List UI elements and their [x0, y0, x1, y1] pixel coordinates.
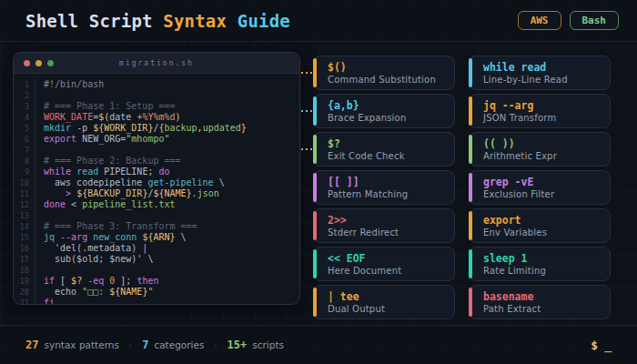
syntax-cards-column-left: $()Command Substitution{a,b}Brace Expans…	[313, 56, 455, 319]
line-number: 7	[14, 145, 35, 156]
window-control-minimize-button[interactable]	[35, 60, 42, 66]
syntax-card-exit-code-check[interactable]: $?Exit Code Check	[313, 132, 455, 167]
badge-bash[interactable]: Bash	[570, 11, 620, 30]
syntax-cards-column-right: while readLine-by-Line Readjq --argJSON …	[469, 56, 611, 319]
syntax-card-json-transform[interactable]: jq --argJSON Transform	[469, 94, 611, 128]
syntax-card-brace-expansion[interactable]: {a,b}Brace Expansion	[313, 94, 455, 128]
code-token: +%Y%m%d	[136, 112, 175, 122]
card-code: while read	[483, 61, 602, 74]
page-title-part: Guide	[238, 11, 290, 31]
page-title-part: Syntax	[163, 11, 237, 31]
code-token: do	[158, 167, 169, 177]
card-code: grep -vE	[483, 176, 602, 188]
line-number: 6	[14, 134, 35, 145]
code-line: 20 echo "□□: ${NAME}"	[14, 287, 299, 298]
card-code: sleep 1	[483, 252, 602, 265]
code-token: --arg	[60, 232, 93, 242]
code-token: -eq	[87, 276, 109, 286]
line-number: 15	[14, 232, 35, 243]
code-text: # === Phase 1: Setup ===	[44, 101, 176, 112]
card-code: | tee	[328, 290, 447, 303]
code-text: fi	[44, 298, 55, 305]
syntax-card-pattern-matching[interactable]: [[ ]]Pattern Matching	[313, 170, 455, 205]
card-label: Env Variables	[483, 228, 602, 238]
syntax-card-env-variables[interactable]: exportEnv Variables	[469, 208, 611, 243]
line-number: 12	[14, 199, 35, 210]
stat-value: 15+	[228, 339, 248, 351]
code-token: sub($old; $new)' \	[44, 254, 153, 264]
syntax-card-exclusion-filter[interactable]: grep -vEExclusion Filter	[469, 170, 611, 205]
code-line: 16 'del(.metadata) |	[14, 243, 299, 254]
card-accent-bar	[469, 173, 472, 202]
window-control-maximize-button[interactable]	[47, 60, 54, 66]
code-token: while	[44, 167, 76, 177]
code-text: echo "□□: ${NAME}"	[44, 287, 153, 298]
code-line: 15jq --arg new_conn ${ARN} \	[14, 232, 299, 243]
prompt-dollar-icon: $	[591, 339, 598, 352]
line-number: 20	[14, 287, 35, 298]
card-accent-bar	[313, 173, 317, 202]
code-line: 3# === Phase 1: Setup ===	[14, 101, 299, 112]
page-title-part: Shell Script	[25, 11, 163, 31]
card-code: $()	[328, 61, 447, 74]
code-token: [	[60, 276, 71, 286]
code-line: 5mkdir -p ${WORK_DIR}/{backup,updated}	[14, 123, 299, 134]
syntax-card-here-document[interactable]: << EOFHere Document	[313, 247, 455, 281]
syntax-card-dual-output[interactable]: | teeDual Output	[313, 285, 455, 319]
syntax-card-command-substitution[interactable]: $()Command Substitution	[313, 56, 455, 90]
stat-separator: ·	[214, 340, 217, 350]
stat-separator: ·	[129, 340, 132, 350]
code-text: export NEW_ORG="mhompo"	[44, 134, 170, 145]
stat-label: scripts	[252, 339, 284, 350]
card-accent-bar	[469, 135, 472, 164]
card-label: Exit Code Check	[328, 151, 447, 161]
card-label: Pattern Matching	[328, 189, 447, 199]
card-label: Here Document	[328, 266, 447, 276]
line-number: 1	[14, 79, 35, 90]
badge-aws[interactable]: AWS	[518, 11, 561, 30]
code-token: # === Phase 2: Backup ===	[44, 156, 181, 166]
code-line: 4WORK_DATE=$(date +%Y%m%d)	[14, 112, 299, 123]
code-token: >	[66, 188, 76, 198]
editor-code: 1#!/bin/bash23# === Phase 1: Setup ===4W…	[14, 74, 299, 305]
code-line: 6export NEW_ORG="mhompo"	[14, 134, 299, 145]
code-token: mkdir	[44, 123, 76, 133]
code-token: backup	[164, 123, 197, 133]
syntax-card-stderr-redirect[interactable]: 2>>Stderr Redirect	[313, 208, 455, 243]
code-token: new_conn	[93, 232, 142, 242]
code-token: "	[147, 287, 153, 297]
card-accent-bar	[313, 135, 317, 164]
card-accent-bar	[313, 96, 317, 126]
editor-filename: migration.sh	[14, 59, 299, 67]
code-token: \	[181, 232, 187, 242]
line-number: 2	[14, 90, 35, 101]
code-token: WORK_DATE	[44, 112, 93, 122]
code-token: date	[109, 112, 136, 122]
card-accent-bar	[313, 288, 317, 317]
code-text: jq --arg new_conn ${ARN} \	[44, 232, 187, 243]
code-token: ];	[115, 276, 136, 286]
card-accent-bar	[313, 249, 317, 278]
code-line: 2	[14, 90, 299, 101]
code-token: \	[219, 177, 225, 187]
code-text: aws codepipeline get-pipeline \	[44, 177, 225, 188]
syntax-card-rate-limiting[interactable]: sleep 1Rate Limiting	[469, 247, 611, 281]
window-control-close-button[interactable]	[24, 60, 30, 66]
code-token: echo	[44, 287, 82, 297]
card-accent-bar	[469, 96, 472, 126]
code-token: $(	[98, 112, 109, 122]
syntax-card-arithmetic-expr[interactable]: (( ))Arithmetic Expr	[469, 132, 611, 167]
line-number: 19	[14, 276, 35, 287]
prompt-cursor: _	[604, 339, 612, 352]
code-token: PIPELINE;	[104, 167, 158, 177]
connector-dots	[301, 110, 313, 112]
card-label: Stderr Redirect	[328, 228, 447, 238]
card-code: << EOF	[328, 252, 447, 265]
line-number: 16	[14, 243, 35, 254]
syntax-card-path-extract[interactable]: basenamePath Extract	[469, 285, 611, 319]
code-text: if [ $? -eq 0 ]; then	[44, 276, 158, 287]
card-code: (( ))	[483, 137, 602, 150]
syntax-card-line-by-line-read[interactable]: while readLine-by-Line Read	[469, 56, 611, 90]
code-token: ${NAME}	[153, 188, 191, 198]
code-token: ${BACKUP_DIR}	[76, 188, 147, 198]
